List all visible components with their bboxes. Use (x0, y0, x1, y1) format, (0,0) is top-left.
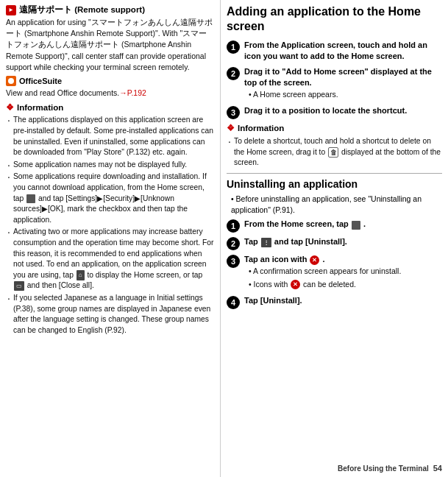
uninstall-step-3-row: 3 Tap an icon with ✕ . A confirmation sc… (227, 254, 442, 292)
recent-icon: ▭ (14, 281, 24, 291)
remote-support-header: 遠隔サポート (Remote support) (6, 4, 214, 15)
step-3-row: 3 Drag it to a position to locate the sh… (227, 105, 442, 119)
uninstall-step-2-text: Tap ⋮ and tap [Uninstall]. (244, 236, 442, 247)
step-1-row: 1 From the Application screen, touch and… (227, 40, 442, 63)
list-item: Activating two or more applications may … (6, 227, 214, 292)
uninstall-step-2-number: 2 (227, 237, 240, 250)
diamond-icon-right: ❖ (227, 123, 235, 133)
page-title: Adding an application to the Home screen (227, 4, 442, 34)
uninstall-step-1-number: 1 (227, 219, 240, 233)
footer-page-number: 54 (433, 464, 442, 473)
officesuite-body: View and read Office documents.→P.192 (6, 88, 214, 99)
right-information-header: ❖ Information (227, 123, 442, 133)
left-info-list: The applications displayed on this appli… (6, 115, 214, 336)
left-information-label: Information (17, 103, 63, 112)
apps-icon (26, 194, 35, 203)
step-2-row: 2 Drag it to "Add to Home screen" displa… (227, 66, 442, 102)
x-badge-icon-2: ✕ (291, 280, 300, 289)
remote-support-body: An application for using "スマートフォンあんしん遠隔サ… (6, 17, 214, 73)
list-item: If you selected Japanese as a language i… (6, 293, 214, 336)
step-2-text: Drag it to "Add to Home screen" displaye… (244, 66, 442, 89)
uninstall-step-4-text: Tap [Uninstall]. (244, 295, 442, 306)
uninstall-step-1-row: 1 From the Home screen, tap . (227, 219, 442, 233)
officesuite-icon (6, 76, 16, 86)
uninstall-step-2-row: 2 Tap ⋮ and tap [Uninstall]. (227, 236, 442, 250)
right-information-label: Information (238, 124, 284, 132)
officesuite-title: OfficeSuite (19, 77, 62, 85)
step-3-number: 3 (227, 106, 240, 119)
step-3-text: Drag it to a position to locate the shor… (244, 105, 442, 116)
right-column: Adding an application to the Home screen… (221, 0, 448, 477)
uninstall-step-3-text: Tap an icon with ✕ . (244, 254, 442, 265)
list-item: To delete a shortcut, touch and hold a s… (227, 136, 442, 169)
officesuite-header: OfficeSuite (6, 76, 214, 86)
uninstall-step-4-row: 4 Tap [Uninstall]. (227, 295, 442, 309)
uninstall-step-4-number: 4 (227, 296, 240, 309)
uninstall-section-title: Uninstalling an application (227, 178, 442, 190)
remote-support-title: 遠隔サポート (Remote support) (19, 4, 145, 15)
x-badge-icon: ✕ (310, 255, 319, 265)
section-divider (227, 173, 442, 174)
home-icon: ⌂ (77, 270, 85, 280)
step-1-text: From the Application screen, touch and h… (244, 40, 442, 63)
uninstall-step-1-text: From the Home screen, tap . (244, 219, 442, 230)
menu-icon: ⋮ (261, 238, 271, 247)
apps-icon-2 (352, 221, 360, 230)
uninstall-pre-text: Before uninstalling an application, see … (227, 194, 442, 215)
step-1-number: 1 (227, 40, 240, 54)
list-item: Some applications require downloading an… (6, 172, 214, 225)
uninstall-step-3-sub-2: Icons with ✕ can be deleted. (244, 279, 442, 290)
uninstall-step-3-sub-1: A confirmation screen appears for uninst… (244, 266, 442, 277)
trash-icon: 🗑 (328, 147, 338, 158)
diamond-icon-left: ❖ (6, 102, 14, 113)
remote-support-icon (6, 5, 16, 15)
uninstall-step-3-number: 3 (227, 255, 240, 268)
step-2-number: 2 (227, 67, 240, 80)
footer-section: Before Using the Terminal (338, 464, 429, 473)
step-2-sub: A Home screen appears. (244, 89, 442, 100)
left-information-header: ❖ Information (6, 102, 214, 113)
list-item: Some application names may not be displa… (6, 160, 214, 171)
right-info-list: To delete a shortcut, touch and hold a s… (227, 136, 442, 169)
list-item: The applications displayed on this appli… (6, 115, 214, 158)
left-column: 遠隔サポート (Remote support) An application f… (0, 0, 221, 477)
